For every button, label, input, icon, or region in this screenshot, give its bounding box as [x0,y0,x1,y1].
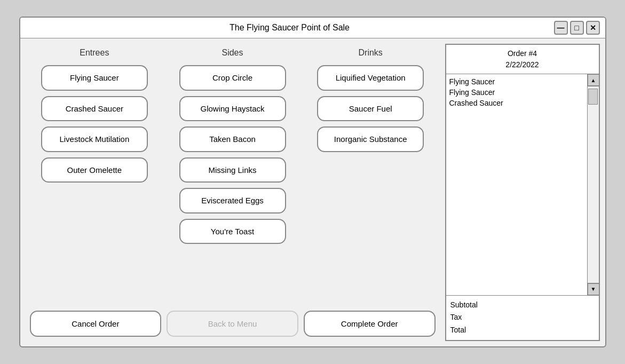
back-to-menu-button[interactable]: Back to Menu [167,311,298,337]
order-list-container: Flying Saucer Flying Saucer Crashed Sauc… [446,74,599,295]
main-window: The Flying Saucer Point of Sale — □ ✕ En… [19,17,606,347]
close-button[interactable]: ✕ [586,21,600,35]
main-content: Entrees Flying Saucer Crashed Saucer Liv… [20,38,605,346]
entree-flying-saucer[interactable]: Flying Saucer [41,65,148,91]
order-number: Order #4 [449,48,596,59]
side-missing-links[interactable]: Missing Links [179,157,286,183]
order-header: Order #4 2/22/2022 [446,45,599,74]
bottom-bar: Cancel Order Back to Menu Complete Order [26,306,440,341]
order-date: 2/22/2022 [449,59,596,70]
entree-livestock-mutilation[interactable]: Livestock Mutilation [41,126,148,152]
entree-outer-omelette[interactable]: Outer Omelette [41,157,148,183]
cancel-order-button[interactable]: Cancel Order [30,311,162,337]
order-item-0: Flying Saucer [449,76,584,87]
total-row: Total [450,324,595,337]
window-title: The Flying Saucer Point of Sale [26,23,554,33]
scroll-track [588,86,599,283]
scroll-up-button[interactable]: ▲ [588,74,599,86]
left-panel: Entrees Flying Saucer Crashed Saucer Liv… [26,44,440,341]
drinks-header: Drinks [359,48,383,58]
side-taken-bacon[interactable]: Taken Bacon [179,126,286,152]
maximize-button[interactable]: □ [570,21,584,35]
subtotal-row: Subtotal [450,299,595,312]
title-bar: The Flying Saucer Point of Sale — □ ✕ [20,18,605,38]
side-glowing-haystack[interactable]: Glowing Haystack [179,96,286,122]
order-scrollbar: ▲ ▼ [587,74,599,295]
complete-order-button[interactable]: Complete Order [304,311,436,337]
sides-header: Sides [221,48,243,58]
drink-saucer-fuel[interactable]: Saucer Fuel [317,96,424,122]
order-list: Flying Saucer Flying Saucer Crashed Sauc… [446,74,587,295]
drinks-column: Drinks Liquified Vegetation Saucer Fuel … [302,44,440,306]
window-controls: — □ ✕ [554,21,600,35]
scroll-down-button[interactable]: ▼ [588,283,599,295]
tax-row: Tax [450,311,595,324]
entrees-column: Entrees Flying Saucer Crashed Saucer Liv… [26,44,164,306]
minimize-button[interactable]: — [554,21,568,35]
drink-liquified-vegetation[interactable]: Liquified Vegetation [317,65,424,91]
order-panel: Order #4 2/22/2022 Flying Saucer Flying … [445,44,600,341]
entree-crashed-saucer[interactable]: Crashed Saucer [41,96,148,122]
side-youre-toast[interactable]: You're Toast [179,219,286,244]
order-item-1: Flying Saucer [449,87,584,98]
side-crop-circle[interactable]: Crop Circle [179,65,286,91]
scroll-thumb[interactable] [588,89,598,105]
order-footer: Subtotal Tax Total [446,295,599,340]
sides-column: Sides Crop Circle Glowing Haystack Taken… [163,44,302,306]
drink-inorganic-substance[interactable]: Inorganic Substance [317,126,424,152]
order-item-2: Crashed Saucer [449,98,584,108]
menu-area: Entrees Flying Saucer Crashed Saucer Liv… [26,44,440,306]
entrees-header: Entrees [80,48,109,58]
side-eviscerated-eggs[interactable]: Eviscerated Eggs [179,188,286,213]
